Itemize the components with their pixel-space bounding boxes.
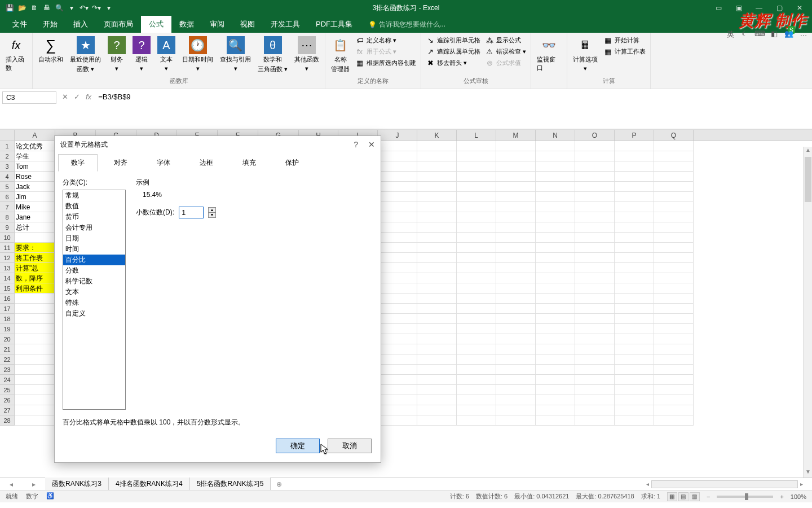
col-header[interactable]: Q <box>654 130 694 141</box>
cell[interactable] <box>496 405 536 415</box>
col-header[interactable]: A <box>15 130 55 141</box>
cell[interactable] <box>496 233 536 243</box>
cell[interactable] <box>654 304 694 314</box>
sheet-nav[interactable]: ◂▸ <box>0 480 45 488</box>
ime-moon-icon[interactable]: ☾ <box>740 29 750 40</box>
cell[interactable] <box>575 324 615 334</box>
qat-more-icon[interactable]: ▾ <box>67 3 77 13</box>
qat-quickprint-icon[interactable]: 🖶 <box>42 3 52 13</box>
cell[interactable]: 总计 <box>15 222 55 233</box>
cell[interactable] <box>654 283 694 294</box>
cell[interactable] <box>654 344 694 354</box>
cell[interactable] <box>378 182 417 192</box>
cell[interactable] <box>457 172 496 182</box>
cell[interactable] <box>496 283 536 294</box>
cell[interactable] <box>457 304 496 314</box>
cell[interactable] <box>417 283 457 294</box>
cell[interactable] <box>654 263 694 273</box>
cell[interactable] <box>615 314 654 324</box>
cancel-button[interactable]: 取消 <box>328 439 372 453</box>
row-header[interactable]: 17 <box>0 304 15 314</box>
ime-keyboard-icon[interactable]: ⌨ <box>754 29 765 40</box>
cell[interactable] <box>654 253 694 263</box>
row-header[interactable]: 4 <box>0 172 15 182</box>
cell[interactable]: Jim <box>15 192 55 202</box>
category-item[interactable]: 自定义 <box>63 308 125 319</box>
cell[interactable] <box>536 212 575 222</box>
col-header[interactable]: K <box>417 130 457 141</box>
cell[interactable] <box>378 233 417 243</box>
cell[interactable] <box>575 212 615 222</box>
cell[interactable] <box>417 192 457 202</box>
calc-now-button[interactable]: ▦开始计算 <box>602 35 647 45</box>
cell[interactable] <box>536 385 575 395</box>
trace-dependents-button[interactable]: ↗追踪从属单元格 <box>425 46 482 56</box>
decimal-spinner[interactable]: ▲ ▼ <box>208 207 216 218</box>
cell[interactable] <box>654 294 694 304</box>
row-header[interactable]: 22 <box>0 354 15 365</box>
cell[interactable] <box>15 405 55 415</box>
cell[interactable] <box>378 263 417 273</box>
win-extra1-icon[interactable]: ▭ <box>713 4 724 12</box>
cell[interactable] <box>654 243 694 253</box>
cell[interactable] <box>575 243 615 253</box>
cell[interactable] <box>496 161 536 172</box>
dlg-tab-protection[interactable]: 保护 <box>272 154 312 172</box>
category-item[interactable]: 数值 <box>63 201 125 212</box>
cell[interactable] <box>496 182 536 192</box>
cell[interactable] <box>417 263 457 273</box>
category-list[interactable]: 常规数值货币会计专用日期时间百分比分数科学记数文本特殊自定义 <box>63 190 126 410</box>
cell[interactable] <box>536 405 575 415</box>
dlg-tab-alignment[interactable]: 对齐 <box>101 154 140 172</box>
dlg-tab-fill[interactable]: 填充 <box>230 154 269 172</box>
remove-arrows-button[interactable]: ✖移去箭头 ▾ <box>425 58 482 68</box>
dlg-tab-border[interactable]: 边框 <box>187 154 226 172</box>
row-header[interactable]: 14 <box>0 273 15 283</box>
category-item[interactable]: 科学记数 <box>63 276 125 287</box>
cell[interactable] <box>654 172 694 182</box>
cell[interactable] <box>575 354 615 365</box>
cell[interactable] <box>378 314 417 324</box>
cell[interactable] <box>417 172 457 182</box>
name-manager-button[interactable]: 📋 名称 管理器 <box>329 35 352 75</box>
cell[interactable] <box>536 243 575 253</box>
cell[interactable] <box>615 415 654 426</box>
cell[interactable] <box>496 304 536 314</box>
cell[interactable] <box>496 385 536 395</box>
row-header[interactable]: 23 <box>0 365 15 375</box>
cell[interactable] <box>378 415 417 426</box>
tab-insert[interactable]: 插入 <box>65 16 96 33</box>
cell[interactable] <box>615 182 654 192</box>
row-header[interactable]: 6 <box>0 192 15 202</box>
use-in-formula-button[interactable]: fx用于公式 ▾ <box>354 46 417 56</box>
cell[interactable] <box>615 354 654 365</box>
cell[interactable] <box>496 415 536 426</box>
cell[interactable] <box>575 283 615 294</box>
cell[interactable] <box>417 233 457 243</box>
cell[interactable]: 学生 <box>15 151 55 161</box>
tell-me-search[interactable]: 💡 告诉我您想要做什么... <box>360 16 453 33</box>
cell[interactable] <box>378 273 417 283</box>
qat-undo-icon[interactable]: ↶▾ <box>79 3 89 13</box>
calc-options-button[interactable]: 🖩 计算选项▾ <box>571 35 600 73</box>
row-header[interactable]: 16 <box>0 294 15 304</box>
category-item[interactable]: 分数 <box>63 265 125 276</box>
cell[interactable] <box>417 222 457 233</box>
cell[interactable] <box>575 273 615 283</box>
cell[interactable] <box>417 344 457 354</box>
row-header[interactable]: 19 <box>0 324 15 334</box>
cell[interactable]: 数，降序 <box>15 273 55 283</box>
cell[interactable] <box>457 182 496 192</box>
cell[interactable] <box>536 253 575 263</box>
cell[interactable] <box>457 375 496 385</box>
cell[interactable] <box>457 222 496 233</box>
cell[interactable] <box>496 192 536 202</box>
mathtrig-button[interactable]: θ 数学和 三角函数 ▾ <box>255 35 290 75</box>
cell[interactable] <box>378 243 417 253</box>
decimal-places-input[interactable] <box>179 207 204 218</box>
cell[interactable]: Jack <box>15 182 55 192</box>
cell[interactable] <box>15 233 55 243</box>
cell[interactable] <box>536 202 575 212</box>
cell[interactable] <box>536 222 575 233</box>
calc-sheet-button[interactable]: ▦计算工作表 <box>602 46 647 56</box>
